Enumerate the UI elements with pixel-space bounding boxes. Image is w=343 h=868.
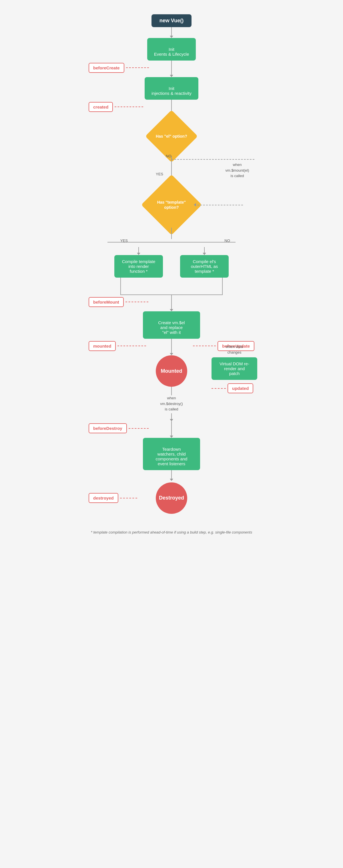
destroyed-row: destroyed Destroyed bbox=[80, 481, 263, 515]
has-template-diamond: Has "template" option? bbox=[149, 182, 194, 228]
before-create-row: beforeCreate bbox=[80, 61, 263, 75]
before-destroy-connector bbox=[128, 428, 149, 429]
destroyed-connector bbox=[120, 498, 137, 498]
connector-1 bbox=[170, 27, 173, 38]
mounted-circle: Mounted bbox=[156, 355, 187, 387]
before-mount-row: beforeMount bbox=[80, 295, 263, 309]
mounted-label: mounted bbox=[89, 341, 116, 351]
compile-options: Compile template into render function * … bbox=[80, 247, 263, 278]
before-destroy-row: beforeDestroy bbox=[80, 421, 263, 436]
mounted-connector bbox=[117, 346, 146, 346]
init-events-box: Init Events & Lifecycle bbox=[147, 38, 196, 61]
before-mount-label: beforeMount bbox=[89, 297, 124, 307]
has-el-diamond: Has "el" option? bbox=[151, 116, 192, 156]
before-mount-connector bbox=[125, 302, 148, 302]
create-vm-box: Create vm.$el and replace "el" with it bbox=[143, 311, 200, 339]
when-data-changes-text: when data changes bbox=[211, 344, 257, 355]
created-group: created bbox=[89, 102, 143, 112]
mounted-area: Mounted when data changes Virtual DOM re… bbox=[80, 355, 263, 387]
virtual-dom-group: when data changes Virtual DOM re-render … bbox=[211, 344, 257, 393]
mounted-group: mounted bbox=[89, 341, 146, 351]
compile-el-box: Compile el's outerHTML as template * bbox=[180, 255, 229, 278]
teardown-node: Teardown watchers, child components and … bbox=[143, 438, 200, 470]
destroyed-group: destroyed bbox=[89, 493, 137, 503]
init-injections-box: Init injections & reactivity bbox=[145, 77, 198, 100]
destroyed-label: destroyed bbox=[89, 493, 118, 503]
before-destroy-group: beforeDestroy bbox=[89, 423, 149, 433]
before-destroy-label: beforeDestroy bbox=[89, 423, 127, 433]
yes-label-el: YES bbox=[156, 172, 163, 176]
compile-template-box: Compile template into render function * bbox=[114, 255, 163, 278]
before-mount-group: beforeMount bbox=[89, 297, 148, 307]
when-destroy-text: when vm.$destroy() is called bbox=[160, 395, 183, 412]
mount-arrow-connector bbox=[194, 205, 243, 205]
virtual-dom-box: Virtual DOM re-render and patch bbox=[211, 357, 257, 380]
created-connector bbox=[115, 106, 143, 107]
compile-template-branch: Compile template into render function * bbox=[114, 247, 163, 278]
no-label-el: NO bbox=[166, 154, 171, 158]
init-injections-node: Init injections & reactivity bbox=[145, 77, 198, 100]
create-vm-node: Create vm.$el and replace "el" with it bbox=[143, 311, 200, 339]
compile-el-branch: Compile el's outerHTML as template * bbox=[180, 247, 229, 278]
connector-2 bbox=[170, 75, 173, 77]
init-events-node: Init Events & Lifecycle bbox=[147, 38, 196, 61]
footnote: * template compilation is performed ahea… bbox=[85, 521, 258, 535]
yes-label-template: YES bbox=[120, 239, 128, 243]
lifecycle-diagram: new Vue() Init Events & Lifecycle before… bbox=[80, 6, 263, 535]
when-mount-text: when vm.$mount(el) is called bbox=[217, 162, 257, 179]
new-vue-node: new Vue() bbox=[151, 14, 192, 27]
teardown-box: Teardown watchers, child components and … bbox=[143, 438, 200, 470]
before-create-label: beforeCreate bbox=[89, 63, 124, 73]
new-vue-box: new Vue() bbox=[151, 14, 192, 27]
before-create-group: beforeCreate bbox=[89, 63, 149, 73]
before-create-connector bbox=[126, 67, 149, 68]
created-label: created bbox=[89, 102, 113, 112]
destroyed-circle: Destroyed bbox=[156, 483, 187, 514]
no-label-template: NO bbox=[224, 239, 230, 243]
